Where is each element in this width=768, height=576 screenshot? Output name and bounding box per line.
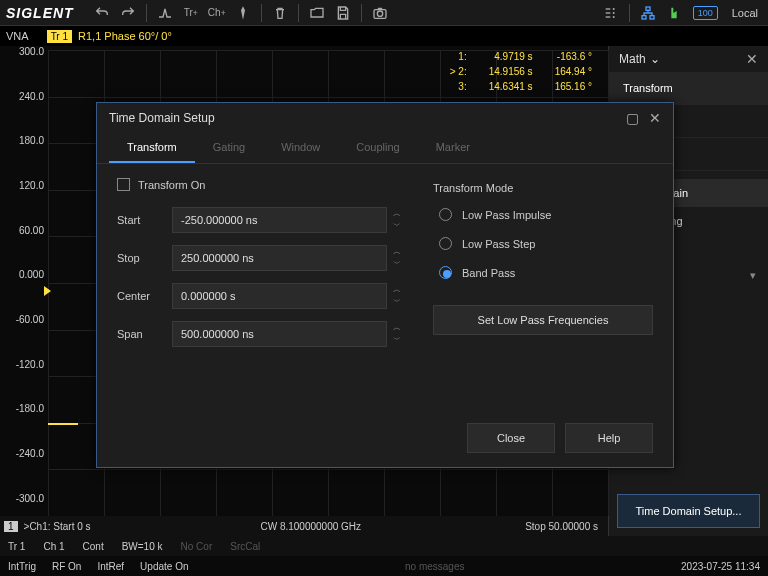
zero-marker-icon bbox=[44, 286, 51, 296]
delete-icon[interactable] bbox=[267, 3, 293, 23]
dialog-title: Time Domain Setup bbox=[109, 111, 215, 125]
svg-rect-9 bbox=[642, 15, 646, 18]
trace-badge[interactable]: Tr 1 bbox=[47, 30, 72, 43]
svg-rect-2 bbox=[605, 8, 610, 9]
start-label: Start bbox=[117, 214, 172, 226]
chevron-down-icon[interactable]: ⌄ bbox=[650, 52, 660, 66]
set-low-pass-button[interactable]: Set Low Pass Frequencies bbox=[433, 305, 653, 335]
marker-readout: 1:4.9719 s-163.6 ° > 2:14.9156 s164.94 °… bbox=[438, 48, 604, 95]
radio-low-pass-impulse[interactable]: Low Pass Impulse bbox=[433, 208, 653, 221]
x-stop[interactable]: Stop 50.00000 s bbox=[407, 521, 604, 532]
time-domain-setup-button[interactable]: Time Domain Setup... bbox=[617, 494, 760, 528]
open-icon[interactable] bbox=[304, 3, 330, 23]
start-input[interactable]: -250.000000 ns bbox=[172, 207, 387, 233]
camera-icon[interactable]: ▢ bbox=[626, 110, 639, 126]
up-icon[interactable]: ︿ bbox=[391, 208, 403, 220]
save-icon[interactable] bbox=[330, 3, 356, 23]
svg-rect-10 bbox=[650, 15, 654, 18]
status-trace[interactable]: Tr 1 bbox=[8, 541, 25, 552]
help-button[interactable]: Help bbox=[565, 423, 653, 453]
local-button[interactable]: Local bbox=[732, 7, 758, 19]
channel-badge[interactable]: 1 bbox=[4, 521, 18, 532]
sidepanel-title[interactable]: Math bbox=[619, 52, 646, 66]
center-label: Center bbox=[117, 290, 172, 302]
down-icon[interactable]: ﹀ bbox=[391, 296, 403, 308]
battery-level: 100 bbox=[693, 6, 718, 20]
trace-add-icon[interactable]: Tr+ bbox=[178, 3, 204, 23]
status-bw[interactable]: BW=10 k bbox=[122, 541, 163, 552]
channel-add-icon[interactable]: Ch+ bbox=[204, 3, 230, 23]
undo-icon[interactable] bbox=[89, 3, 115, 23]
tab-gating[interactable]: Gating bbox=[195, 133, 263, 163]
menu-icon[interactable] bbox=[598, 3, 624, 23]
close-icon[interactable]: ✕ bbox=[746, 51, 758, 67]
svg-rect-8 bbox=[646, 7, 650, 10]
mode-label: VNA bbox=[6, 30, 29, 42]
marker-icon[interactable] bbox=[230, 3, 256, 23]
network-icon[interactable] bbox=[635, 3, 661, 23]
status-srccal: SrcCal bbox=[230, 541, 260, 552]
chevron-down-icon[interactable]: ▾ bbox=[738, 263, 768, 288]
status-channel[interactable]: Ch 1 bbox=[43, 541, 64, 552]
tab-transform[interactable]: Transform bbox=[109, 133, 195, 163]
status-intref[interactable]: IntRef bbox=[97, 561, 124, 572]
span-input[interactable]: 500.000000 ns bbox=[172, 321, 387, 347]
edge-icon[interactable] bbox=[152, 3, 178, 23]
svg-point-7 bbox=[612, 16, 614, 18]
down-icon[interactable]: ﹀ bbox=[391, 334, 403, 346]
stop-label: Stop bbox=[117, 252, 172, 264]
svg-point-5 bbox=[612, 8, 614, 10]
up-icon[interactable]: ︿ bbox=[391, 246, 403, 258]
x-center[interactable]: CW 8.100000000 GHz bbox=[215, 521, 406, 532]
svg-point-6 bbox=[612, 12, 614, 14]
tab-window[interactable]: Window bbox=[263, 133, 338, 163]
logo: SIGLENT bbox=[6, 5, 74, 21]
checkbox-icon bbox=[117, 178, 130, 191]
trace-line bbox=[48, 423, 78, 425]
status-inttrig[interactable]: IntTrig bbox=[8, 561, 36, 572]
close-icon[interactable]: ✕ bbox=[649, 110, 661, 126]
time-domain-dialog: Time Domain Setup ▢ ✕ Transform Gating W… bbox=[96, 102, 674, 468]
mode-title: Transform Mode bbox=[433, 182, 653, 194]
redo-icon[interactable] bbox=[115, 3, 141, 23]
tab-coupling[interactable]: Coupling bbox=[338, 133, 417, 163]
status-update[interactable]: Update On bbox=[140, 561, 188, 572]
status-messages[interactable]: no messages bbox=[204, 561, 665, 572]
span-label: Span bbox=[117, 328, 172, 340]
down-icon[interactable]: ﹀ bbox=[391, 220, 403, 232]
status-datetime: 2023-07-25 11:34 bbox=[681, 561, 760, 572]
status-nocor: No Cor bbox=[181, 541, 213, 552]
camera-icon[interactable] bbox=[367, 3, 393, 23]
status-cont[interactable]: Cont bbox=[83, 541, 104, 552]
tab-marker[interactable]: Marker bbox=[418, 133, 488, 163]
trace-desc: R1,1 Phase 60°/ 0° bbox=[78, 30, 172, 42]
svg-rect-3 bbox=[605, 12, 610, 13]
up-icon[interactable]: ︿ bbox=[391, 322, 403, 334]
status-rfon[interactable]: RF On bbox=[52, 561, 81, 572]
close-button[interactable]: Close bbox=[467, 423, 555, 453]
down-icon[interactable]: ﹀ bbox=[391, 258, 403, 270]
radio-low-pass-step[interactable]: Low Pass Step bbox=[433, 237, 653, 250]
tab-transform[interactable]: Transform bbox=[609, 72, 768, 105]
power-icon bbox=[661, 3, 687, 23]
svg-point-1 bbox=[377, 11, 382, 16]
radio-band-pass[interactable]: Band Pass bbox=[433, 266, 653, 279]
up-icon[interactable]: ︿ bbox=[391, 284, 403, 296]
center-input[interactable]: 0.000000 s bbox=[172, 283, 387, 309]
y-axis: 300.0 240.0 180.0 120.0 60.00 0.000 -60.… bbox=[0, 46, 48, 516]
x-start[interactable]: >Ch1: Start 0 s bbox=[24, 521, 215, 532]
stop-input[interactable]: 250.000000 ns bbox=[172, 245, 387, 271]
transform-on-checkbox[interactable]: Transform On bbox=[117, 178, 403, 191]
svg-rect-4 bbox=[605, 16, 610, 17]
